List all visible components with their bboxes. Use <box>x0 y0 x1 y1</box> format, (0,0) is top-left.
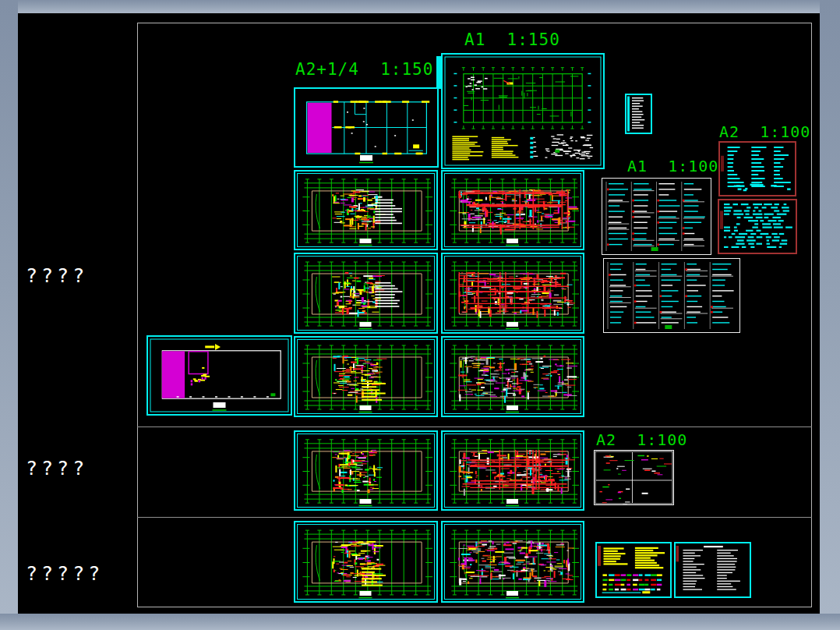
cad-drawing-graphic <box>295 89 437 166</box>
cad-drawing-graphic <box>719 200 796 253</box>
floor-plan-r4c2 <box>441 336 584 417</box>
floor-plan-r2c2 <box>441 170 584 250</box>
cad-drawing-graphic <box>295 522 436 601</box>
cad-drawing-graphic <box>295 432 436 509</box>
cad-drawing-graphic <box>443 338 583 416</box>
notes-sheet <box>674 542 751 598</box>
cad-drawing-graphic <box>597 543 670 596</box>
cad-drawing-graphic <box>676 543 750 596</box>
scale-label-a1-100: A1 1:100 <box>627 158 718 174</box>
scale-label-a2-100-schedules: A2 1:100 <box>719 124 810 140</box>
window-chrome-left <box>0 0 18 630</box>
scale-label-a2-quarter: A2+1/4 1:150 <box>295 62 433 78</box>
sheet-set-label-1: ???? <box>26 266 88 285</box>
cad-drawing-graphic <box>595 451 673 504</box>
floor-plan-s2c2 <box>441 430 584 511</box>
window-chrome-right <box>820 0 840 630</box>
cad-drawing-graphic <box>443 172 583 249</box>
floor-plan-r3c1 <box>294 253 438 334</box>
cad-drawing-graphic <box>295 254 436 332</box>
cad-drawing-graphic <box>443 254 583 332</box>
legend-table-sheet <box>595 542 672 598</box>
cad-drawing-graphic <box>443 55 603 168</box>
detail-quad-sheet <box>594 450 674 505</box>
sheet-thumb-a2-quarter-plan <box>294 87 439 168</box>
cad-drawing-graphic <box>443 432 583 509</box>
sheet-edge-tab <box>436 56 441 89</box>
roof-plan-thumb <box>146 335 292 416</box>
floor-plan-s2c1 <box>294 430 438 511</box>
cad-drawing-graphic <box>148 337 291 414</box>
section-divider-2 <box>137 517 812 518</box>
cad-drawing-graphic <box>295 172 436 249</box>
cad-drawing-graphic <box>443 522 583 601</box>
section-divider-1 <box>137 426 812 427</box>
cad-drawing-graphic <box>602 179 711 254</box>
sheet-thumb-a1-150-grid-plan <box>441 53 605 169</box>
scale-label-a2-100-details: A2 1:100 <box>596 432 687 448</box>
sheet-set-label-3: ????? <box>26 564 104 583</box>
cad-drawing-graphic <box>720 143 795 195</box>
riser-diagram-sheet-2 <box>603 258 740 333</box>
sheet-set-label-2: ???? <box>26 458 88 478</box>
schedule-sheet-red-1 <box>718 141 796 196</box>
cad-viewer-window: ???? ???? ????? A2+1/4 1:150 A1 1:150 A1… <box>0 0 840 630</box>
floor-plan-s3c1 <box>294 521 438 603</box>
cad-drawing-graphic <box>626 95 651 133</box>
floor-plan-r2c1 <box>294 170 438 250</box>
floor-plan-r3c2 <box>441 253 584 334</box>
floor-plan-r4c1 <box>294 336 438 417</box>
cad-drawing-graphic <box>295 338 436 416</box>
small-schedule-table <box>625 94 652 134</box>
schedule-sheet-red-2 <box>718 199 797 254</box>
scale-label-a1-150: A1 1:150 <box>464 32 560 48</box>
floor-plan-s3c2 <box>441 521 584 603</box>
cad-drawing-graphic <box>604 259 739 332</box>
window-chrome-bottom <box>0 614 840 630</box>
window-chrome-top <box>0 0 840 13</box>
riser-diagram-sheet-1 <box>602 178 711 255</box>
